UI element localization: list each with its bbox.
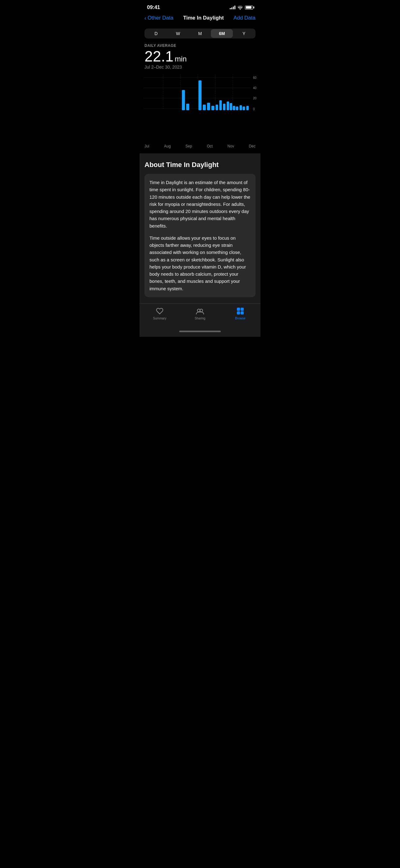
svg-rect-28 (246, 106, 249, 110)
month-label-jul: Jul (144, 144, 149, 148)
back-button[interactable]: ‹ Other Data (144, 15, 173, 21)
heart-icon (155, 307, 164, 315)
stats-label: DAILY AVERAGE (144, 43, 256, 48)
tab-summary[interactable]: Summary (147, 307, 172, 320)
browse-icon (236, 307, 245, 315)
battery-icon (245, 6, 253, 10)
svg-rect-14 (186, 104, 189, 110)
tab-summary-label: Summary (153, 317, 167, 320)
tab-sharing[interactable]: Sharing (188, 307, 212, 320)
svg-rect-19 (215, 104, 218, 110)
svg-rect-24 (233, 106, 235, 110)
sharing-icon (196, 307, 204, 315)
chart-container: 60 40 20 0 (143, 74, 257, 143)
month-label-aug: Aug (164, 144, 171, 148)
month-labels: Jul Aug Sep Oct Nov Dec (144, 143, 256, 153)
svg-text:0: 0 (253, 107, 255, 111)
stats-value: 22.1min (144, 49, 256, 64)
month-label-dec: Dec (249, 144, 256, 148)
stats-range: Jul 2–Dec 30, 2023 (144, 65, 256, 69)
about-section: About Time In Daylight Time in Daylight … (139, 153, 261, 303)
svg-rect-23 (230, 103, 232, 110)
svg-text:40: 40 (253, 86, 257, 90)
status-icons (230, 6, 253, 10)
period-selector: D W M 6M Y (144, 29, 256, 38)
tab-browse-label: Browse (235, 317, 245, 320)
period-btn-d[interactable]: D (145, 29, 167, 38)
about-card: Time in Daylight is an estimate of the a… (144, 174, 256, 297)
tab-bar: Summary Sharing Browse (139, 303, 261, 326)
back-label: Other Data (147, 15, 173, 21)
about-paragraph-2: Time outside allows your eyes to focus o… (149, 235, 251, 292)
status-bar: 09:41 (139, 0, 261, 12)
svg-rect-25 (236, 106, 238, 110)
svg-rect-18 (211, 106, 214, 110)
svg-rect-13 (182, 90, 185, 110)
wifi-icon (237, 6, 243, 10)
month-label-nov: Nov (228, 144, 234, 148)
svg-rect-20 (219, 100, 222, 110)
tab-browse[interactable]: Browse (228, 307, 253, 320)
svg-rect-15 (198, 81, 202, 110)
period-btn-w[interactable]: W (167, 29, 189, 38)
chart-svg: 60 40 20 0 (143, 74, 257, 143)
month-label-sep: Sep (186, 144, 192, 148)
period-btn-6m[interactable]: 6M (211, 29, 233, 38)
about-title: About Time In Daylight (144, 161, 256, 169)
svg-rect-17 (207, 103, 210, 110)
period-btn-y[interactable]: Y (233, 29, 255, 38)
signal-icon (230, 6, 235, 9)
page-title: Time In Daylight (183, 15, 224, 21)
add-data-button[interactable]: Add Data (233, 15, 256, 21)
month-label-oct: Oct (207, 144, 213, 148)
svg-rect-27 (242, 106, 245, 110)
chart-section: D W M 6M Y DAILY AVERAGE 22.1min Jul 2–D… (139, 25, 261, 153)
home-bar (179, 331, 221, 332)
nav-header: ‹ Other Data Time In Daylight Add Data (139, 12, 261, 25)
svg-text:60: 60 (253, 76, 257, 80)
svg-text:20: 20 (253, 97, 257, 100)
svg-rect-21 (223, 104, 226, 110)
svg-rect-16 (203, 104, 206, 110)
chevron-left-icon: ‹ (144, 15, 146, 21)
svg-rect-26 (240, 105, 242, 110)
about-paragraph-1: Time in Daylight is an estimate of the a… (149, 179, 251, 229)
status-time: 09:41 (147, 4, 160, 10)
svg-rect-22 (227, 101, 229, 110)
home-indicator (139, 326, 261, 337)
tab-sharing-label: Sharing (195, 317, 205, 320)
period-btn-m[interactable]: M (189, 29, 211, 38)
